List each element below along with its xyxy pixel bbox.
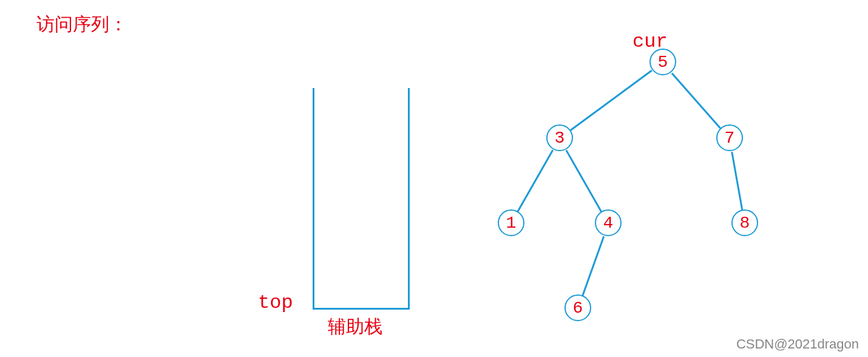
tree-node-5: 5	[649, 49, 676, 75]
title-label: 访问序列：	[36, 12, 127, 37]
stack-right-wall	[408, 88, 410, 310]
tree-edge	[517, 150, 554, 212]
top-pointer-label: top	[258, 291, 293, 314]
tree-node-7: 7	[716, 124, 743, 151]
stack-left-wall	[313, 88, 314, 310]
tree-node-6: 6	[565, 294, 591, 321]
tree-edge	[731, 152, 744, 211]
tree-edge	[570, 70, 653, 131]
stack-diagram	[313, 88, 410, 310]
tree-node-8: 8	[731, 209, 758, 236]
watermark: CSDN@2021dragon	[736, 336, 859, 352]
stack-label: 辅助栈	[328, 314, 382, 339]
binary-tree: 5371486	[473, 49, 777, 334]
stack-bottom-wall	[313, 308, 410, 310]
tree-edge	[581, 236, 605, 296]
tree-edge	[671, 72, 722, 129]
tree-node-1: 1	[498, 209, 524, 236]
tree-node-4: 4	[595, 209, 622, 236]
tree-edge	[566, 150, 602, 212]
tree-node-3: 3	[546, 124, 573, 151]
